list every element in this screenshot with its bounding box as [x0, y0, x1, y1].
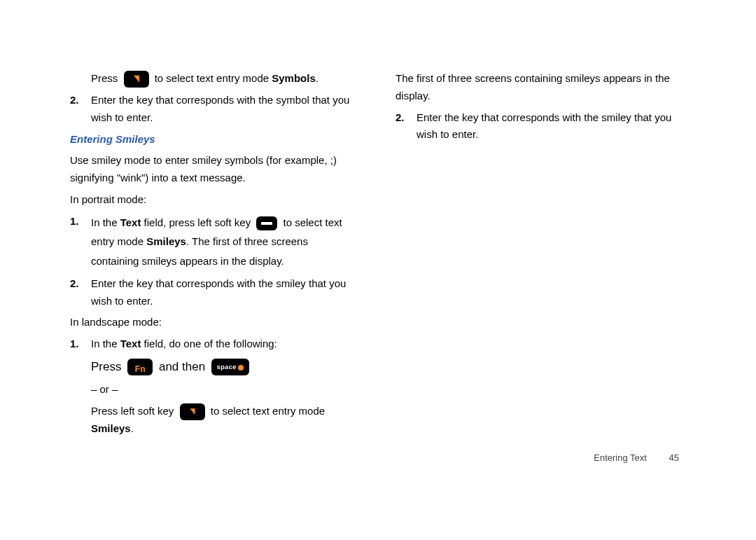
- press-softkey-smileys-line: Press left soft key to select text entry…: [70, 403, 354, 438]
- left-column: Press to select text entry mode Symbols.…: [70, 70, 354, 441]
- l1-suffix: field, do one of the following:: [141, 338, 276, 349]
- fn-key-icon: Fn: [127, 359, 153, 375]
- portrait-step-1: 1. In the Text field, press left soft ke…: [70, 213, 354, 271]
- two-column-layout: Press to select text entry mode Symbols.…: [70, 70, 686, 441]
- page-footer: Entering Text 45: [594, 452, 679, 463]
- list-body: In the Text field, press left soft key t…: [91, 213, 354, 271]
- first-screens-text: The first of three screens containing sm…: [396, 70, 679, 105]
- soft-suffix: to select text entry mode: [211, 405, 325, 417]
- right-column: The first of three screens containing sm…: [396, 70, 679, 441]
- bar-glyph-icon: [261, 222, 272, 225]
- manual-page: Press to select text entry mode Symbols.…: [0, 0, 756, 540]
- list-number: 2.: [396, 109, 416, 144]
- and-then: and then: [159, 360, 209, 373]
- entering-smileys-heading: Entering Smileys: [70, 131, 354, 148]
- portrait-mode-label: In portrait mode:: [70, 191, 354, 209]
- press-word: Press: [91, 72, 118, 84]
- fn-key-label: Fn: [135, 364, 146, 374]
- symbols-step-2: 2. Enter the key that corresponds with t…: [70, 92, 354, 127]
- soft-key-bar-icon: [256, 216, 277, 230]
- list-body: Enter the key that corresponds with the …: [91, 275, 354, 310]
- list-body: Enter the key that corresponds with the …: [91, 92, 354, 127]
- list-number: 2.: [70, 275, 91, 310]
- text-mid1: field, press left soft key: [141, 216, 253, 228]
- list-number: 1.: [70, 213, 91, 271]
- press-suffix: to select text entry mode: [155, 72, 272, 84]
- press-symbols-line: Press to select text entry mode Symbols.: [70, 70, 354, 88]
- smileys-word: Smileys: [146, 235, 186, 247]
- text-prefix: In the: [91, 216, 120, 228]
- footer-section: Entering Text: [594, 452, 647, 463]
- l1-prefix: In the: [91, 338, 120, 349]
- period: .: [316, 72, 318, 84]
- right-step-2: 2. Enter the key that corresponds with t…: [396, 109, 679, 144]
- soft-key-triangle-icon: [180, 403, 205, 420]
- text-field-word: Text: [120, 338, 141, 349]
- triangle-glyph-icon: [190, 408, 195, 415]
- list-body: Enter the key that corresponds with the …: [416, 109, 679, 144]
- space-key-label: space: [217, 364, 237, 371]
- or-separator: – or –: [70, 381, 354, 399]
- space-key-icon: space: [211, 359, 249, 375]
- list-number: 2.: [70, 92, 91, 127]
- smileys-word: Smileys: [91, 422, 131, 434]
- press-fn-space-line: Press Fn and then space: [70, 357, 354, 377]
- triangle-glyph-icon: [134, 76, 139, 83]
- soft-prefix: Press left soft key: [91, 405, 177, 417]
- soft-key-triangle-icon: [124, 71, 149, 88]
- space-key-dot-icon: [238, 365, 244, 371]
- period: .: [131, 422, 134, 434]
- text-field-word: Text: [120, 216, 141, 228]
- landscape-step-1: 1. In the Text field, do one of the foll…: [70, 335, 354, 353]
- footer-page-number: 45: [669, 452, 679, 463]
- list-body: In the Text field, do one of the followi…: [91, 335, 354, 353]
- list-number: 1.: [70, 335, 91, 353]
- portrait-step-2: 2. Enter the key that corresponds with t…: [70, 275, 354, 310]
- landscape-mode-label: In landscape mode:: [70, 314, 354, 331]
- smileys-intro: Use smiley mode to enter smiley symbols …: [70, 152, 354, 187]
- symbols-word: Symbols: [272, 72, 316, 84]
- press-word: Press: [91, 360, 125, 373]
